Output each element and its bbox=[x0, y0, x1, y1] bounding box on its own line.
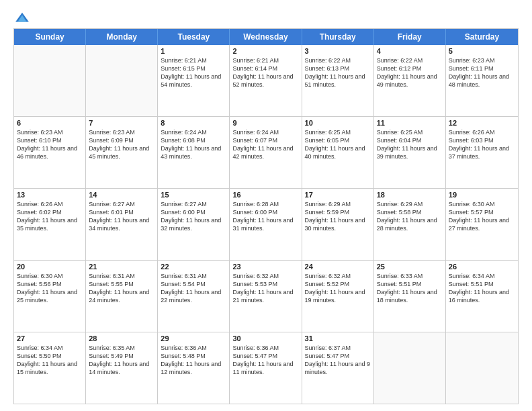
cell-info: Sunrise: 6:26 AMSunset: 6:03 PMDaylight:… bbox=[449, 128, 515, 161]
day-number: 7 bbox=[89, 119, 154, 127]
col-tuesday: Tuesday bbox=[158, 29, 230, 45]
cell-info: Sunrise: 6:24 AMSunset: 6:07 PMDaylight:… bbox=[232, 128, 298, 161]
day-number: 3 bbox=[305, 47, 371, 55]
table-row: 9Sunrise: 6:24 AMSunset: 6:07 PMDaylight… bbox=[230, 117, 302, 188]
table-row: 16Sunrise: 6:28 AMSunset: 6:00 PMDayligh… bbox=[230, 189, 302, 260]
cell-info: Sunrise: 6:27 AMSunset: 6:01 PMDaylight:… bbox=[89, 200, 154, 233]
calendar-row: 27Sunrise: 6:34 AMSunset: 5:50 PMDayligh… bbox=[14, 332, 518, 404]
cell-info: Sunrise: 6:25 AMSunset: 6:05 PMDaylight:… bbox=[305, 128, 371, 161]
day-number: 24 bbox=[305, 263, 371, 271]
day-number: 17 bbox=[305, 191, 371, 199]
table-row: 22Sunrise: 6:31 AMSunset: 5:54 PMDayligh… bbox=[158, 261, 230, 332]
cell-info: Sunrise: 6:37 AMSunset: 5:47 PMDaylight:… bbox=[305, 344, 371, 377]
table-row: 14Sunrise: 6:27 AMSunset: 6:01 PMDayligh… bbox=[86, 189, 158, 260]
cell-info: Sunrise: 6:22 AMSunset: 6:13 PMDaylight:… bbox=[305, 56, 371, 89]
table-row: 8Sunrise: 6:24 AMSunset: 6:08 PMDaylight… bbox=[158, 117, 230, 188]
table-row: 6Sunrise: 6:23 AMSunset: 6:10 PMDaylight… bbox=[14, 117, 86, 188]
cell-info: Sunrise: 6:23 AMSunset: 6:11 PMDaylight:… bbox=[449, 56, 515, 89]
cell-info: Sunrise: 6:23 AMSunset: 6:10 PMDaylight:… bbox=[17, 128, 83, 161]
table-row: 20Sunrise: 6:30 AMSunset: 5:56 PMDayligh… bbox=[14, 261, 86, 332]
col-wednesday: Wednesday bbox=[230, 29, 302, 45]
table-row: 12Sunrise: 6:26 AMSunset: 6:03 PMDayligh… bbox=[446, 117, 518, 188]
table-row: 30Sunrise: 6:36 AMSunset: 5:47 PMDayligh… bbox=[230, 332, 302, 404]
day-number: 23 bbox=[232, 263, 298, 271]
table-row: 7Sunrise: 6:23 AMSunset: 6:09 PMDaylight… bbox=[86, 117, 158, 188]
table-row: 3Sunrise: 6:22 AMSunset: 6:13 PMDaylight… bbox=[302, 45, 374, 116]
day-number: 14 bbox=[89, 191, 154, 199]
table-row: 4Sunrise: 6:22 AMSunset: 6:12 PMDaylight… bbox=[374, 45, 446, 116]
table-row: 5Sunrise: 6:23 AMSunset: 6:11 PMDaylight… bbox=[446, 45, 518, 116]
table-row: 11Sunrise: 6:25 AMSunset: 6:04 PMDayligh… bbox=[374, 117, 446, 188]
day-number: 29 bbox=[161, 334, 226, 342]
cell-info: Sunrise: 6:36 AMSunset: 5:47 PMDaylight:… bbox=[232, 344, 298, 377]
cell-info: Sunrise: 6:29 AMSunset: 5:59 PMDaylight:… bbox=[305, 200, 371, 233]
day-number: 12 bbox=[449, 119, 515, 127]
day-number: 27 bbox=[17, 334, 83, 342]
table-row: 28Sunrise: 6:35 AMSunset: 5:49 PMDayligh… bbox=[86, 332, 158, 404]
cell-info: Sunrise: 6:33 AMSunset: 5:51 PMDaylight:… bbox=[377, 272, 443, 305]
col-thursday: Thursday bbox=[302, 29, 374, 45]
cell-info: Sunrise: 6:29 AMSunset: 5:58 PMDaylight:… bbox=[377, 200, 443, 233]
table-row: 15Sunrise: 6:27 AMSunset: 6:00 PMDayligh… bbox=[158, 189, 230, 260]
table-row bbox=[86, 45, 158, 116]
day-number: 22 bbox=[161, 263, 226, 271]
table-row: 13Sunrise: 6:26 AMSunset: 6:02 PMDayligh… bbox=[14, 189, 86, 260]
cell-info: Sunrise: 6:32 AMSunset: 5:53 PMDaylight:… bbox=[232, 272, 298, 305]
table-row: 10Sunrise: 6:25 AMSunset: 6:05 PMDayligh… bbox=[302, 117, 374, 188]
cell-info: Sunrise: 6:31 AMSunset: 5:55 PMDaylight:… bbox=[89, 272, 154, 305]
day-number: 10 bbox=[305, 119, 371, 127]
cell-info: Sunrise: 6:26 AMSunset: 6:02 PMDaylight:… bbox=[17, 200, 83, 233]
page: Sunday Monday Tuesday Wednesday Thursday… bbox=[0, 0, 532, 411]
day-number: 13 bbox=[17, 191, 83, 199]
cell-info: Sunrise: 6:23 AMSunset: 6:09 PMDaylight:… bbox=[89, 128, 154, 161]
calendar-row: 20Sunrise: 6:30 AMSunset: 5:56 PMDayligh… bbox=[14, 261, 518, 332]
day-number: 11 bbox=[377, 119, 443, 127]
day-number: 16 bbox=[232, 191, 298, 199]
table-row: 27Sunrise: 6:34 AMSunset: 5:50 PMDayligh… bbox=[14, 332, 86, 404]
table-row: 23Sunrise: 6:32 AMSunset: 5:53 PMDayligh… bbox=[230, 261, 302, 332]
cell-info: Sunrise: 6:34 AMSunset: 5:51 PMDaylight:… bbox=[449, 272, 515, 305]
day-number: 6 bbox=[17, 119, 83, 127]
cell-info: Sunrise: 6:25 AMSunset: 6:04 PMDaylight:… bbox=[377, 128, 443, 161]
col-saturday: Saturday bbox=[446, 29, 518, 45]
calendar-row: 6Sunrise: 6:23 AMSunset: 6:10 PMDaylight… bbox=[14, 117, 518, 189]
col-friday: Friday bbox=[374, 29, 446, 45]
table-row: 18Sunrise: 6:29 AMSunset: 5:58 PMDayligh… bbox=[374, 189, 446, 260]
cell-info: Sunrise: 6:28 AMSunset: 6:00 PMDaylight:… bbox=[232, 200, 298, 233]
day-number: 31 bbox=[305, 334, 371, 342]
logo bbox=[13, 11, 30, 23]
cell-info: Sunrise: 6:24 AMSunset: 6:08 PMDaylight:… bbox=[161, 128, 226, 161]
cell-info: Sunrise: 6:27 AMSunset: 6:00 PMDaylight:… bbox=[161, 200, 226, 233]
cell-info: Sunrise: 6:30 AMSunset: 5:56 PMDaylight:… bbox=[17, 272, 83, 305]
cell-info: Sunrise: 6:34 AMSunset: 5:50 PMDaylight:… bbox=[17, 344, 83, 377]
cell-info: Sunrise: 6:35 AMSunset: 5:49 PMDaylight:… bbox=[89, 344, 154, 377]
cell-info: Sunrise: 6:32 AMSunset: 5:52 PMDaylight:… bbox=[305, 272, 371, 305]
day-number: 21 bbox=[89, 263, 154, 271]
day-number: 2 bbox=[232, 47, 298, 55]
day-number: 8 bbox=[161, 119, 226, 127]
cell-info: Sunrise: 6:21 AMSunset: 6:14 PMDaylight:… bbox=[232, 56, 298, 89]
day-number: 18 bbox=[377, 191, 443, 199]
calendar: Sunday Monday Tuesday Wednesday Thursday… bbox=[13, 28, 519, 404]
day-number: 28 bbox=[89, 334, 154, 342]
table-row: 25Sunrise: 6:33 AMSunset: 5:51 PMDayligh… bbox=[374, 261, 446, 332]
day-number: 9 bbox=[232, 119, 298, 127]
calendar-header: Sunday Monday Tuesday Wednesday Thursday… bbox=[14, 29, 518, 45]
day-number: 19 bbox=[449, 191, 515, 199]
header bbox=[13, 11, 519, 23]
table-row: 24Sunrise: 6:32 AMSunset: 5:52 PMDayligh… bbox=[302, 261, 374, 332]
cell-info: Sunrise: 6:31 AMSunset: 5:54 PMDaylight:… bbox=[161, 272, 226, 305]
table-row bbox=[14, 45, 86, 116]
cell-info: Sunrise: 6:21 AMSunset: 6:15 PMDaylight:… bbox=[161, 56, 226, 89]
day-number: 4 bbox=[377, 47, 443, 55]
cell-info: Sunrise: 6:22 AMSunset: 6:12 PMDaylight:… bbox=[377, 56, 443, 89]
table-row: 29Sunrise: 6:36 AMSunset: 5:48 PMDayligh… bbox=[158, 332, 230, 404]
day-number: 1 bbox=[161, 47, 226, 55]
cell-info: Sunrise: 6:30 AMSunset: 5:57 PMDaylight:… bbox=[449, 200, 515, 233]
calendar-row: 13Sunrise: 6:26 AMSunset: 6:02 PMDayligh… bbox=[14, 189, 518, 261]
logo-icon bbox=[15, 11, 30, 26]
table-row: 2Sunrise: 6:21 AMSunset: 6:14 PMDaylight… bbox=[230, 45, 302, 116]
table-row: 19Sunrise: 6:30 AMSunset: 5:57 PMDayligh… bbox=[446, 189, 518, 260]
table-row bbox=[374, 332, 446, 404]
cell-info: Sunrise: 6:36 AMSunset: 5:48 PMDaylight:… bbox=[161, 344, 226, 377]
